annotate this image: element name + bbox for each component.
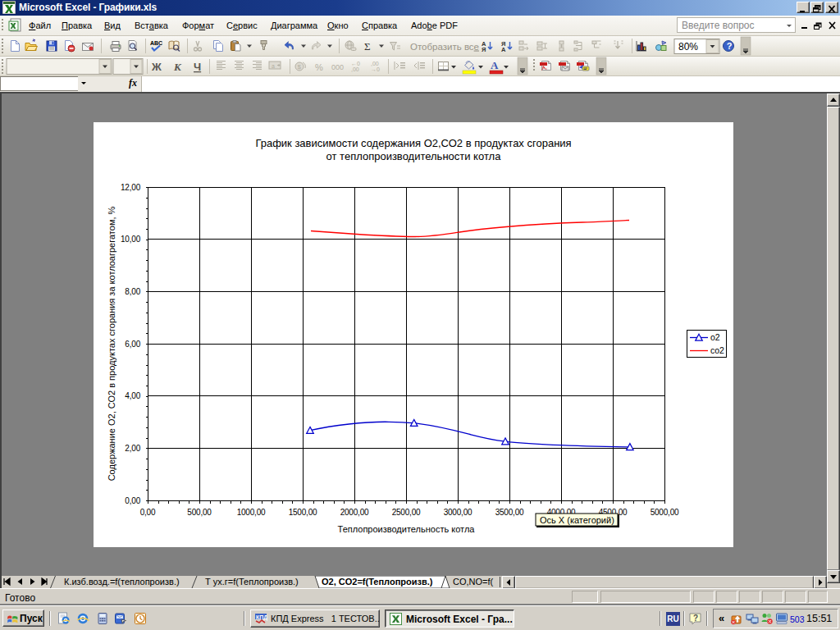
svg-text:Содержание О2, СО2 в продуктах: Содержание О2, СО2 в продуктах сгорания … — [107, 206, 116, 481]
svg-text:A: A — [491, 59, 499, 71]
svg-text:Я: Я — [482, 46, 486, 53]
svg-text:CO,NO=f(: CO,NO=f( — [453, 577, 494, 587]
svg-text:3000,00: 3000,00 — [444, 508, 472, 517]
svg-text:12,00: 12,00 — [121, 183, 141, 192]
svg-text:80%: 80% — [678, 41, 698, 52]
svg-text:2000,00: 2000,00 — [340, 508, 369, 517]
svg-text:1500,00: 1500,00 — [289, 508, 317, 517]
svg-text:Σ: Σ — [364, 40, 371, 52]
svg-text:5000,00: 5000,00 — [651, 508, 679, 517]
svg-text:O2, CO2=f(Теплопроизв.): O2, CO2=f(Теплопроизв.) — [322, 577, 433, 587]
svg-text:Теплопроизводительность котла: Теплопроизводительность котла — [338, 524, 476, 534]
svg-text:от теплопроизводительности ко: от теплопроизводительности котла — [326, 150, 502, 162]
svg-text:8,00: 8,00 — [125, 287, 140, 296]
svg-text:←0: ←0 — [351, 61, 360, 66]
svg-text:К.изб.возд.=f(теплопроизв.): К.изб.возд.=f(теплопроизв.) — [64, 577, 180, 587]
svg-text:График зависимости содержания: График зависимости содержания О2,СО2 в п… — [255, 137, 571, 149]
svg-text:%: % — [315, 62, 323, 72]
svg-text:ABC: ABC — [150, 40, 162, 46]
svg-text:К: К — [173, 61, 182, 73]
svg-text:Т ух.г=f(Теплопроизв.): Т ух.г=f(Теплопроизв.) — [205, 577, 299, 587]
svg-text:a: a — [272, 63, 275, 69]
svg-text:Ось X (категорий): Ось X (категорий) — [540, 515, 614, 525]
svg-text:o2: o2 — [710, 332, 720, 342]
svg-text:2,00: 2,00 — [125, 444, 140, 453]
svg-text:2500,00: 2500,00 — [392, 508, 421, 517]
svg-text:10,00: 10,00 — [121, 235, 141, 244]
svg-text:0,00: 0,00 — [140, 508, 156, 517]
svg-text:000: 000 — [331, 63, 344, 71]
svg-text:Отобразить все: Отобразить все — [410, 42, 479, 52]
svg-text:Ж: Ж — [151, 61, 162, 73]
svg-text:Ч: Ч — [194, 61, 201, 73]
svg-text:,00: ,00 — [351, 66, 359, 72]
svg-text:$: $ — [298, 63, 302, 71]
svg-text:0,00: 0,00 — [125, 496, 140, 505]
svg-text:,00: ,00 — [371, 61, 379, 66]
svg-text:6,00: 6,00 — [125, 340, 140, 349]
svg-text:500,00: 500,00 — [187, 508, 212, 517]
svg-text:→0: →0 — [371, 66, 380, 72]
svg-text:А: А — [501, 46, 506, 53]
svg-text:3500,00: 3500,00 — [495, 508, 524, 517]
svg-text:?: ? — [727, 41, 733, 51]
svg-text:4,00: 4,00 — [125, 391, 140, 400]
svg-text:1000,00: 1000,00 — [237, 508, 266, 517]
svg-text:?: ? — [693, 614, 698, 623]
svg-text:co2: co2 — [710, 345, 724, 355]
